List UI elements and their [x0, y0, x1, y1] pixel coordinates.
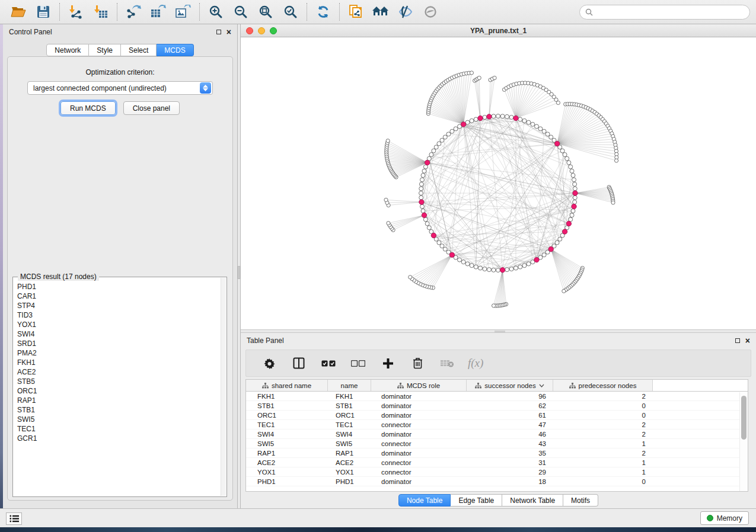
- mcds-hub-node[interactable]: [562, 229, 567, 234]
- column-header-MCDS-role[interactable]: MCDS role: [371, 380, 467, 391]
- network-node[interactable]: [483, 115, 487, 119]
- table-row[interactable]: SWI4SWI4dominator462: [246, 430, 748, 439]
- network-node[interactable]: [522, 118, 527, 123]
- table-row[interactable]: ACE2ACE2connector311: [246, 458, 748, 467]
- node-table[interactable]: shared namenameMCDS rolesuccessor nodesp…: [245, 379, 748, 492]
- tab-node-table[interactable]: Node Table: [398, 494, 451, 507]
- criterion-select[interactable]: largest connected component (undirected): [27, 81, 213, 95]
- mcds-result-item[interactable]: STP4: [17, 301, 221, 310]
- network-node[interactable]: [560, 149, 564, 153]
- network-node[interactable]: [492, 304, 495, 307]
- network-node[interactable]: [527, 262, 531, 266]
- mcds-hub-node[interactable]: [500, 268, 505, 273]
- table-row[interactable]: STB1STB1dominator620: [246, 401, 748, 411]
- network-node[interactable]: [409, 275, 412, 279]
- network-node[interactable]: [518, 117, 522, 121]
- table-row[interactable]: PHD1PHD1dominator180: [246, 477, 748, 486]
- minimize-window-icon[interactable]: [258, 27, 265, 34]
- network-node[interactable]: [421, 209, 425, 213]
- network-node[interactable]: [446, 132, 451, 136]
- table-scrollbar[interactable]: [739, 392, 748, 491]
- mcds-hub-node[interactable]: [487, 114, 492, 119]
- mcds-hub-node[interactable]: [431, 233, 436, 238]
- network-node[interactable]: [386, 139, 390, 143]
- network-node[interactable]: [522, 264, 527, 268]
- mcds-result-item[interactable]: ACE2: [17, 367, 221, 377]
- tab-mcds[interactable]: MCDS: [157, 44, 193, 56]
- network-node[interactable]: [427, 226, 431, 230]
- mcds-result-item[interactable]: TID3: [17, 310, 221, 320]
- network-node[interactable]: [443, 247, 447, 251]
- export-network-button[interactable]: [121, 2, 146, 22]
- network-node[interactable]: [440, 244, 444, 248]
- save-button[interactable]: [31, 2, 56, 22]
- mcds-hub-node[interactable]: [449, 252, 454, 257]
- close-panel-button[interactable]: Close panel: [123, 101, 180, 115]
- network-node[interactable]: [513, 266, 518, 270]
- network-node[interactable]: [477, 76, 481, 79]
- export-table-button[interactable]: [146, 2, 171, 22]
- network-node[interactable]: [425, 222, 429, 226]
- mcds-result-item[interactable]: TEC1: [17, 424, 221, 434]
- mcds-hub-node[interactable]: [478, 116, 483, 120]
- splitter-handle[interactable]: [238, 266, 240, 279]
- mcds-hub-node[interactable]: [572, 204, 576, 209]
- network-node[interactable]: [492, 114, 496, 118]
- network-node[interactable]: [440, 138, 444, 142]
- network-node[interactable]: [465, 262, 470, 266]
- network-node[interactable]: [555, 241, 559, 245]
- network-node[interactable]: [450, 129, 454, 133]
- network-node[interactable]: [614, 159, 618, 162]
- mcds-hub-node[interactable]: [573, 191, 578, 196]
- zoom-in-button[interactable]: [203, 2, 228, 22]
- network-node[interactable]: [420, 178, 424, 182]
- network-node[interactable]: [470, 71, 473, 75]
- tab-network-table[interactable]: Network Table: [502, 494, 563, 507]
- clone-network-button[interactable]: [343, 2, 368, 22]
- mcds-result-item[interactable]: RAP1: [17, 396, 221, 405]
- network-node[interactable]: [429, 153, 433, 157]
- network-node[interactable]: [419, 187, 423, 191]
- network-canvas[interactable]: [241, 37, 756, 329]
- network-node[interactable]: [556, 101, 560, 104]
- network-node[interactable]: [563, 153, 567, 157]
- network-node[interactable]: [474, 117, 478, 121]
- network-node[interactable]: [474, 265, 478, 269]
- zoom-fit-button[interactable]: [253, 2, 278, 22]
- table-row[interactable]: FKH1FKH1dominator962: [246, 392, 748, 401]
- mcds-list-scrollbar[interactable]: [221, 278, 226, 496]
- mcds-result-item[interactable]: GCR1: [17, 434, 221, 443]
- table-row[interactable]: TEC1TEC1connector472: [246, 420, 748, 430]
- network-node[interactable]: [572, 178, 576, 182]
- table-row[interactable]: YOX1YOX1connector291: [246, 467, 748, 477]
- mcds-result-list[interactable]: PHD1CAR1STP4TID3YOX1SWI4SRD1PMA2FKH1ACE2…: [14, 282, 221, 496]
- table-row[interactable]: SWI5SWI5connector431: [246, 439, 748, 448]
- network-node[interactable]: [420, 204, 424, 209]
- network-node[interactable]: [571, 174, 575, 178]
- import-network-button[interactable]: [63, 2, 88, 22]
- column-selector-button[interactable]: [288, 354, 310, 373]
- network-node[interactable]: [419, 191, 423, 196]
- mcds-result-item[interactable]: SRD1: [17, 339, 221, 348]
- tab-select[interactable]: Select: [121, 44, 157, 56]
- network-node[interactable]: [509, 115, 513, 119]
- run-mcds-button[interactable]: Run MCDS: [60, 101, 116, 115]
- network-node[interactable]: [454, 127, 458, 131]
- preview-eye-button[interactable]: [418, 2, 443, 22]
- network-node[interactable]: [421, 174, 425, 178]
- mcds-hub-node[interactable]: [534, 257, 539, 262]
- mcds-hub-node[interactable]: [548, 246, 553, 251]
- search-input[interactable]: [596, 8, 744, 16]
- table-row[interactable]: RAP1RAP1dominator352: [246, 448, 748, 458]
- network-node[interactable]: [509, 267, 513, 271]
- mcds-result-item[interactable]: SWI5: [17, 415, 221, 424]
- tab-network[interactable]: Network: [46, 44, 89, 56]
- network-node[interactable]: [461, 260, 465, 264]
- network-node[interactable]: [384, 198, 388, 201]
- network-node[interactable]: [542, 253, 546, 257]
- network-node[interactable]: [531, 122, 535, 126]
- network-node[interactable]: [573, 182, 577, 186]
- network-node[interactable]: [470, 118, 474, 123]
- add-column-button[interactable]: [377, 354, 399, 373]
- float-panel-icon[interactable]: [735, 338, 740, 343]
